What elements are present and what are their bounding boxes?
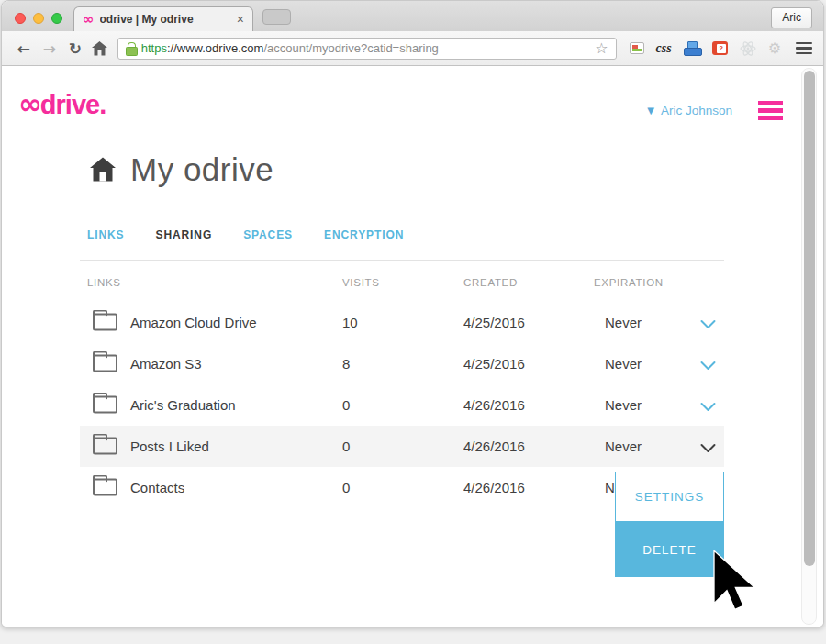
link-created: 4/26/2016 (463, 439, 525, 454)
table-header-row: LINKSVISITSCREATEDEXPIRATION (80, 261, 724, 302)
table-row[interactable]: Amazon S3 8 4/25/2016 Never (80, 343, 724, 384)
react-devtools-icon[interactable] (740, 40, 756, 57)
forward-icon: → (39, 39, 61, 58)
url-scheme: https (141, 41, 167, 55)
new-tab-button[interactable] (262, 9, 291, 25)
tab-strip: ∞ odrive | My odrive × Aric (2, 1, 823, 31)
link-name: Amazon S3 (130, 356, 202, 372)
infinity-icon: ∞ (18, 87, 40, 120)
column-header-created: CREATED (463, 277, 518, 288)
tab-sharing[interactable]: SHARING (156, 228, 213, 241)
link-visits: 0 (342, 397, 350, 413)
tab-close-icon[interactable]: × (237, 12, 244, 27)
url-text: https://www.odrive.com/account/myodrive?… (141, 41, 439, 55)
links-table: LINKSVISITSCREATEDEXPIRATION Amazon Clou… (80, 261, 724, 508)
folder-icon (93, 438, 117, 455)
screenshot-extension-icon[interactable] (630, 42, 644, 54)
tag-badge: 2 (717, 44, 726, 53)
link-expiration: Never (605, 439, 642, 454)
chevron-down-icon[interactable] (700, 400, 716, 410)
account-menu[interactable]: Aric Johnson (661, 104, 732, 117)
scrollbar (801, 68, 817, 625)
folder-icon (93, 396, 117, 414)
link-expiration: Never (605, 356, 642, 372)
close-window-button[interactable] (15, 13, 26, 24)
address-bar[interactable]: https://www.odrive.com/account/myodrive?… (117, 38, 617, 60)
chevron-down-icon[interactable] (700, 441, 716, 451)
link-name: Contacts (130, 480, 184, 495)
secure-lock-icon[interactable] (126, 42, 136, 54)
link-visits: 8 (342, 356, 350, 372)
browser-tab[interactable]: ∞ odrive | My odrive × (73, 6, 253, 31)
chevron-down-icon: ▼ (647, 105, 654, 116)
folder-icon (93, 479, 117, 496)
tag-extension-icon[interactable]: 2 (712, 41, 728, 55)
page-tabs: LINKSSHARINGSPACESENCRYPTION (87, 228, 823, 241)
link-created: 4/25/2016 (463, 356, 525, 372)
url-path: /account/myodrive?catid=sharing (263, 41, 438, 55)
site-header: ∞drive. ▼ Aric Johnson (2, 66, 823, 120)
chrome-menu-icon[interactable] (796, 42, 812, 55)
home-solid-icon (89, 157, 117, 182)
traffic-lights (15, 13, 62, 24)
link-visits: 0 (342, 480, 350, 495)
extension-icons: css 2 ⚙ (630, 40, 781, 57)
minimize-window-button[interactable] (33, 13, 44, 24)
home-icon[interactable] (92, 41, 107, 56)
table-row[interactable]: Amazon Cloud Drive 10 4/25/2016 Never (80, 302, 724, 343)
folder-icon (93, 355, 117, 372)
link-name: Aric's Graduation (130, 397, 236, 413)
link-expiration: Never (605, 397, 642, 413)
browser-window: ∞ odrive | My odrive × Aric ← → ↻ https:… (1, 0, 824, 627)
tab-title: odrive | My odrive (100, 13, 231, 26)
link-expiration: Never (605, 315, 642, 330)
tab-links[interactable]: LINKS (87, 228, 125, 241)
odrive-logo[interactable]: ∞drive. (18, 90, 106, 118)
printer-extension-icon[interactable] (684, 41, 700, 56)
chevron-down-icon[interactable] (700, 359, 716, 369)
page-title-row: My odrive (89, 151, 823, 188)
row-context-menu: SETTINGSDELETE (615, 472, 724, 577)
browser-toolbar: ← → ↻ https://www.odrive.com/account/myo… (2, 31, 823, 66)
gear-extension-icon[interactable]: ⚙ (768, 41, 781, 56)
reload-icon[interactable]: ↻ (64, 39, 86, 58)
link-created: 4/26/2016 (463, 397, 525, 413)
css-extension-icon[interactable]: css (656, 41, 672, 56)
column-header-visits: VISITS (342, 277, 380, 288)
zoom-window-button[interactable] (51, 13, 62, 24)
link-visits: 0 (342, 439, 350, 454)
site-menu-icon[interactable] (758, 101, 783, 120)
link-created: 4/25/2016 (463, 315, 525, 330)
chevron-down-icon[interactable] (700, 317, 716, 328)
bookmark-star-icon[interactable]: ☆ (595, 41, 608, 56)
table-row[interactable]: Aric's Graduation 0 4/26/2016 Never (80, 384, 724, 426)
logo-text: drive. (40, 90, 106, 119)
column-header-expiration: EXPIRATION (594, 277, 664, 288)
chrome-profile-button[interactable]: Aric (771, 7, 812, 28)
url-host: ://www.odrive.com (167, 41, 263, 55)
back-icon[interactable]: ← (13, 39, 35, 58)
menu-item-settings[interactable]: SETTINGS (615, 472, 724, 522)
link-name: Posts I Liked (130, 439, 209, 454)
link-created: 4/26/2016 (463, 480, 525, 495)
link-visits: 10 (342, 315, 358, 330)
link-name: Amazon Cloud Drive (130, 315, 257, 330)
tab-spaces[interactable]: SPACES (243, 228, 293, 241)
odrive-favicon-icon: ∞ (83, 13, 95, 27)
folder-icon (93, 314, 117, 331)
tab-encryption[interactable]: ENCRYPTION (324, 228, 404, 241)
page-title: My odrive (130, 151, 273, 188)
account-area: ▼ Aric Johnson (647, 101, 783, 120)
column-header-links: LINKS (87, 277, 121, 288)
scrollbar-thumb[interactable] (804, 71, 815, 566)
mouse-cursor (710, 550, 762, 616)
table-row[interactable]: Posts I Liked 0 4/26/2016 Never (80, 426, 724, 467)
menu-item-delete[interactable]: DELETE (615, 522, 724, 577)
